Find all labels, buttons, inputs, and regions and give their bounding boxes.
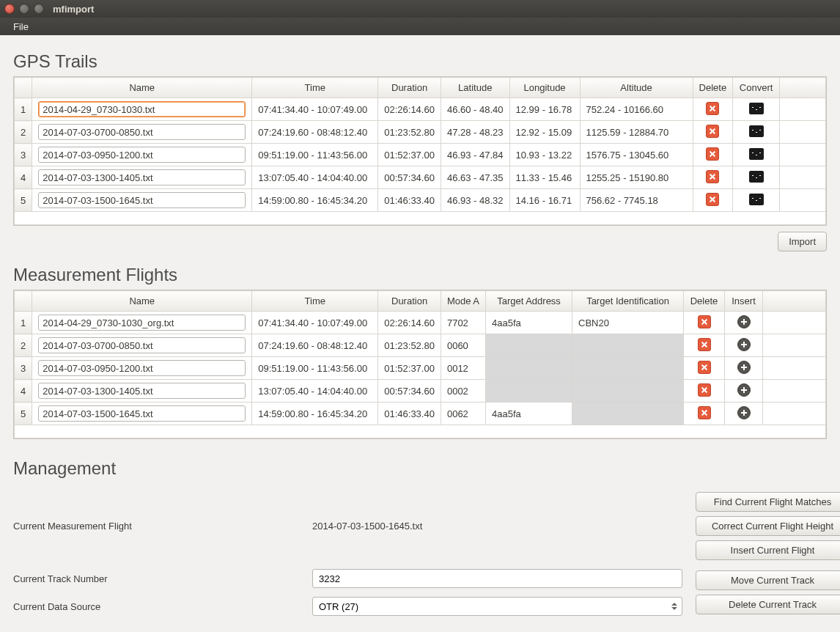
minimize-icon[interactable] [19,4,29,14]
delete-icon[interactable] [706,193,719,206]
current-data-source-select[interactable] [312,597,682,616]
table-row: 309:51:19.00 - 11:43:56.0001:52:37.0046.… [15,144,826,166]
row-number: 5 [15,189,32,212]
section-gps-trails: GPS Trails [13,51,827,72]
col-longitude[interactable]: Longitude [509,78,580,98]
col-duration[interactable]: Duration [378,291,441,312]
gps-name-input[interactable] [38,101,246,117]
col-name[interactable]: Name [32,291,252,312]
col-latitude[interactable]: Latitude [441,78,509,98]
convert-icon[interactable] [749,125,764,137]
col-target-address[interactable]: Target Address [486,291,572,312]
gps-altitude: 752.24 - 10166.60 [580,98,693,121]
move-track-button[interactable]: Move Current Track [696,570,840,590]
section-management: Management [13,458,827,479]
label-current-track-number: Current Track Number [13,573,299,584]
convert-icon[interactable] [749,148,764,160]
row-number: 1 [15,312,32,334]
insert-icon[interactable] [737,315,751,328]
close-icon[interactable] [4,4,15,14]
insert-icon[interactable] [737,338,751,351]
flight-duration: 00:57:34.60 [378,380,441,403]
flight-target-ident [572,380,684,403]
gps-altitude: 1125.59 - 12884.70 [580,121,693,144]
current-track-number-input[interactable] [312,569,682,588]
table-row: 207:24:19.60 - 08:48:12.4001:23:52.80006… [15,334,826,357]
table-row: 413:07:05.40 - 14:04:40.0000:57:34.60000… [15,380,826,403]
flight-name-input[interactable] [38,383,246,399]
flight-modea: 0012 [441,357,485,380]
gps-latitude: 46.93 - 48.32 [441,189,509,212]
label-current-measurement-flight: Current Measurement Flight [13,521,299,532]
row-number: 2 [15,334,32,357]
table-row: 107:41:34.40 - 10:07:49.0002:26:14.6046.… [15,98,826,121]
menu-file[interactable]: File [7,19,34,34]
delete-icon[interactable] [706,170,719,183]
delete-icon[interactable] [706,147,719,161]
convert-icon[interactable] [749,103,764,114]
gps-time: 09:51:19.00 - 11:43:56.00 [252,144,378,166]
gps-longitude: 11.33 - 15.46 [509,166,580,189]
flight-modea: 0062 [441,403,485,425]
flight-target-address [486,380,572,403]
col-duration[interactable]: Duration [378,78,441,98]
col-insert[interactable]: Insert [725,291,763,312]
section-measurement-flights: Measurement Flights [13,265,827,285]
flight-target-address: 4aa5fa [486,403,572,425]
delete-icon[interactable] [698,406,711,419]
col-altitude[interactable]: Altitude [580,78,693,98]
flight-name-input[interactable] [38,337,246,353]
gps-name-input[interactable] [38,124,246,140]
import-button[interactable]: Import [778,232,827,251]
flight-modea: 0002 [441,380,485,403]
window-title: mfimport [53,4,94,15]
flight-name-input[interactable] [38,360,246,376]
delete-icon[interactable] [698,338,711,351]
flight-name-input[interactable] [38,405,246,422]
flight-target-ident [572,334,684,357]
correct-height-button[interactable]: Correct Current Flight Height [696,516,840,536]
row-number: 5 [15,403,32,425]
insert-flight-button[interactable]: Insert Current Flight [696,540,840,560]
gps-time: 07:24:19.60 - 08:48:12.40 [252,121,378,144]
menubar: File [0,18,840,35]
gps-duration: 01:52:37.00 [378,144,441,166]
delete-icon[interactable] [698,315,711,328]
col-delete[interactable]: Delete [684,291,725,312]
window-titlebar: mfimport [0,0,840,18]
convert-icon[interactable] [749,194,764,205]
col-delete[interactable]: Delete [693,78,733,98]
gps-longitude: 10.93 - 13.22 [509,144,580,166]
gps-header-row: Name Time Duration Latitude Longitude Al… [15,78,826,98]
gps-table: Name Time Duration Latitude Longitude Al… [13,76,827,226]
flights-header-row: Name Time Duration Mode A Target Address… [15,291,826,312]
delete-icon[interactable] [698,361,711,374]
flight-time: 07:41:34.40 - 10:07:49.00 [252,312,378,334]
maximize-icon[interactable] [34,4,44,14]
gps-longitude: 14.16 - 16.71 [509,189,580,212]
gps-name-input[interactable] [38,192,246,208]
gps-name-input[interactable] [38,169,246,185]
col-time[interactable]: Time [252,291,378,312]
gps-time: 13:07:05.40 - 14:04:40.00 [252,166,378,189]
spinner-icon[interactable] [668,599,680,614]
convert-icon[interactable] [749,171,764,183]
delete-icon[interactable] [698,383,711,397]
col-convert[interactable]: Convert [733,78,780,98]
col-name[interactable]: Name [32,78,252,98]
delete-icon[interactable] [706,102,719,115]
flight-target-ident: CBN20 [572,312,684,334]
insert-icon[interactable] [737,361,751,374]
insert-icon[interactable] [737,383,751,397]
gps-longitude: 12.92 - 15.09 [509,121,580,144]
flight-duration: 02:26:14.60 [378,312,441,334]
col-target-ident[interactable]: Target Identification [572,291,684,312]
insert-icon[interactable] [737,406,751,419]
flight-name-input[interactable] [38,315,246,331]
gps-name-input[interactable] [38,147,246,163]
col-modea[interactable]: Mode A [441,291,485,312]
find-matches-button[interactable]: Find Current Flight Matches [696,492,840,512]
delete-icon[interactable] [706,125,719,138]
col-time[interactable]: Time [252,78,378,98]
delete-track-button[interactable]: Delete Current Track [696,595,840,614]
